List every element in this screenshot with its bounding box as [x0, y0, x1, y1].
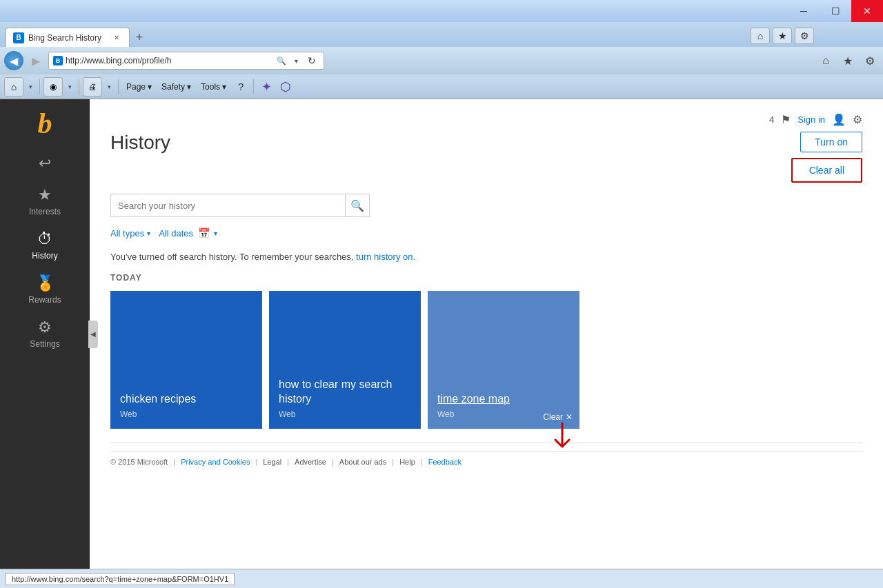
- today-label: TODAY: [110, 273, 862, 283]
- toolbar-separator-4: [253, 79, 254, 94]
- forward-button[interactable]: ▶: [26, 51, 46, 70]
- footer-link-about-ads[interactable]: About our ads: [339, 458, 387, 466]
- address-bar-row: ◀ ▶ B http://www.bing.com/profile/h 🔍 ▾ …: [0, 47, 883, 74]
- toolbar-row: ⌂ ▾ ◉ ▾ 🖨 ▾ Page ▾ Safety ▾ Tools ▾ ? ✦ …: [0, 74, 883, 99]
- home-icon-btn[interactable]: ⌂: [817, 52, 835, 70]
- print-btn[interactable]: 🖨: [83, 77, 102, 97]
- active-tab[interactable]: B Bing Search History ✕: [6, 28, 130, 47]
- sidebar: b ↩ ★ Interests ⏱ History 🏅 Rewards ⚙ Se…: [0, 99, 90, 569]
- history-search-button[interactable]: 🔍: [345, 194, 370, 217]
- settings-icon: ⚙: [38, 318, 52, 336]
- top-right-section: Turn on Clear all: [791, 132, 862, 183]
- settings-icon-btn[interactable]: ⚙: [861, 52, 879, 70]
- browser-chrome: B Bing Search History ✕ + ⌂ ★ ⚙ ◀ ▶ B ht…: [0, 22, 883, 99]
- clear-all-button[interactable]: Clear all: [791, 158, 862, 183]
- sidebar-item-rewards[interactable]: 🏅 Rewards: [0, 267, 90, 312]
- sidebar-label-rewards: Rewards: [28, 295, 61, 305]
- date-filter-arrow: ▾: [214, 230, 217, 237]
- tab-close-button[interactable]: ✕: [111, 32, 122, 43]
- search-card-timezone[interactable]: time zone map Web Clear ✕: [428, 291, 579, 429]
- window-controls: ─ ☐ ✕: [788, 0, 883, 22]
- main-area: b ↩ ★ Interests ⏱ History 🏅 Rewards ⚙ Se…: [0, 99, 883, 569]
- footer-link-advertise[interactable]: Advertise: [295, 458, 326, 466]
- print-dropdown[interactable]: ▾: [103, 77, 115, 97]
- sidebar-collapse-button[interactable]: ◀: [88, 321, 98, 348]
- address-favicon: B: [53, 56, 63, 65]
- footer-link-legal[interactable]: Legal: [263, 458, 281, 466]
- page-menu[interactable]: Page ▾: [122, 79, 156, 95]
- page-content: 4 ⚑ Sign in 👤 ⚙ History Turn on Clear al…: [90, 99, 883, 569]
- address-dropdown-icon[interactable]: ▾: [290, 55, 301, 66]
- safety-menu-arrow: ▾: [187, 82, 191, 92]
- turn-history-on-link[interactable]: turn history on.: [356, 252, 415, 262]
- rss-btn[interactable]: ◉: [43, 77, 63, 97]
- safety-menu[interactable]: Safety ▾: [157, 79, 195, 95]
- footer: © 2015 Microsoft | Privacy and Cookies |…: [110, 452, 862, 472]
- tools-menu-arrow: ▾: [222, 82, 226, 92]
- home-tab-btn[interactable]: ⌂: [751, 28, 770, 44]
- sign-in-link[interactable]: Sign in: [797, 114, 825, 125]
- back-icon: ↩: [39, 154, 51, 172]
- help-btn[interactable]: ?: [232, 78, 250, 96]
- sidebar-item-settings[interactable]: ⚙ Settings: [0, 312, 90, 356]
- toolbar-separator-2: [79, 79, 79, 94]
- history-notice: You've turned off search history. To rem…: [110, 252, 862, 262]
- refresh-button[interactable]: ↻: [304, 53, 319, 68]
- flag-icon: ⚑: [781, 113, 791, 126]
- sidebar-back-btn[interactable]: ↩: [0, 148, 90, 179]
- favorites-icon-btn[interactable]: ★: [839, 52, 857, 70]
- tab-favicon: B: [13, 32, 24, 43]
- close-button[interactable]: ✕: [851, 0, 883, 22]
- status-url: http://www.bing.com/search?q=time+zone+m…: [6, 573, 235, 585]
- tools-menu[interactable]: Tools ▾: [197, 79, 230, 95]
- back-button[interactable]: ◀: [4, 51, 23, 70]
- clear-x-icon: ✕: [566, 412, 573, 422]
- user-icon[interactable]: 👤: [832, 113, 846, 126]
- favorites-tab-btn[interactable]: ★: [773, 28, 792, 44]
- right-toolbar: ⌂ ★ ⚙: [817, 52, 879, 70]
- bing-logo: b: [28, 106, 62, 141]
- toolbar-separator-3: [118, 79, 119, 94]
- footer-link-help[interactable]: Help: [399, 458, 415, 466]
- minimize-button[interactable]: ─: [788, 0, 820, 22]
- tab-title: Bing Search History: [28, 33, 101, 43]
- footer-link-privacy[interactable]: Privacy and Cookies: [181, 458, 250, 466]
- search-card-clear-history[interactable]: how to clear my search history Web: [269, 291, 421, 429]
- sidebar-label-interests: Interests: [29, 207, 61, 216]
- address-box[interactable]: B http://www.bing.com/profile/h 🔍 ▾ ↻: [48, 52, 324, 70]
- filter-row: All types ▾ All dates 📅 ▾: [110, 225, 862, 241]
- type-filter-dropdown[interactable]: All types ▾: [110, 228, 150, 239]
- new-tab-button[interactable]: +: [130, 28, 149, 47]
- card-type-clear-history: Web: [279, 409, 411, 419]
- cards-grid: chicken recipes Web how to clear my sear…: [110, 291, 862, 429]
- date-filter-dropdown[interactable]: All dates 📅 ▾: [159, 225, 217, 241]
- page-settings-icon[interactable]: ⚙: [853, 113, 862, 126]
- sidebar-label-history: History: [32, 251, 57, 261]
- sidebar-label-settings: Settings: [30, 339, 59, 349]
- addon-btn-2[interactable]: ⬡: [277, 78, 295, 96]
- toolbar-separator-1: [39, 79, 40, 94]
- home-toolbar-btn[interactable]: ⌂: [4, 77, 23, 97]
- history-search-input[interactable]: [110, 194, 345, 217]
- turn-on-button[interactable]: Turn on: [800, 132, 862, 152]
- page-header: History Turn on Clear all: [110, 132, 862, 183]
- address-search-icon[interactable]: 🔍: [275, 54, 288, 67]
- card-clear-button[interactable]: Clear ✕: [543, 412, 573, 422]
- restore-button[interactable]: ☐: [820, 0, 851, 22]
- footer-link-feedback[interactable]: Feedback: [428, 458, 462, 466]
- address-text: http://www.bing.com/profile/h: [66, 56, 272, 65]
- title-bar: ─ ☐ ✕: [0, 0, 883, 22]
- card-type-chicken-recipes: Web: [120, 409, 252, 419]
- copyright: © 2015 Microsoft: [110, 458, 168, 466]
- home-dropdown[interactable]: ▾: [25, 77, 36, 97]
- rss-dropdown[interactable]: ▾: [64, 77, 75, 97]
- star-icon: ★: [38, 186, 52, 204]
- status-bar: http://www.bing.com/search?q=time+zone+m…: [0, 569, 883, 588]
- addon-btn-1[interactable]: ✦: [257, 78, 275, 96]
- sidebar-item-interests[interactable]: ★ Interests: [0, 179, 90, 223]
- clear-label: Clear: [543, 412, 563, 422]
- settings-tab-btn[interactable]: ⚙: [795, 28, 814, 44]
- search-row: 🔍: [110, 194, 862, 217]
- sidebar-item-history[interactable]: ⏱ History: [0, 223, 90, 267]
- search-card-chicken-recipes[interactable]: chicken recipes Web: [110, 291, 262, 429]
